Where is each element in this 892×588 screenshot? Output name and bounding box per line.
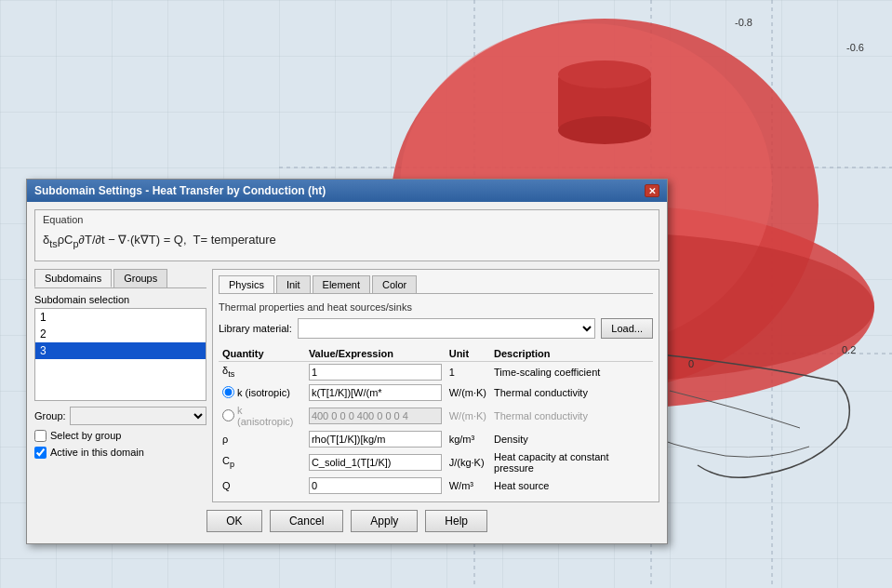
- tab-element[interactable]: Element: [313, 275, 370, 293]
- quantity-rho: ρ: [219, 429, 305, 449]
- input-delta-ts[interactable]: [309, 364, 442, 381]
- svg-text:0: 0: [688, 358, 694, 369]
- quantity-cp: Cp: [219, 449, 305, 475]
- desc-k-iso: Thermal conductivity: [490, 382, 653, 403]
- unit-q: W/m³: [446, 475, 490, 496]
- desc-q: Heat source: [490, 475, 653, 496]
- svg-text:-0.6: -0.6: [846, 42, 864, 53]
- input-k-iso[interactable]: [309, 384, 442, 401]
- svg-point-11: [558, 60, 651, 88]
- library-select[interactable]: [298, 318, 596, 339]
- subdomain-selection-label: Subdomain selection: [34, 294, 206, 305]
- ok-button[interactable]: OK: [206, 510, 262, 532]
- cancel-button[interactable]: Cancel: [270, 510, 343, 532]
- sub-tab-bar: Physics Init Element Color: [219, 275, 653, 294]
- section-title: Thermal properties and heat sources/sink…: [219, 301, 653, 313]
- left-tab-bar: Subdomains Groups: [34, 269, 206, 288]
- input-rho[interactable]: [309, 431, 442, 448]
- library-row: Library material: Load...: [219, 318, 653, 339]
- table-row: ρ kg/m³ Density: [219, 429, 653, 449]
- help-button[interactable]: Help: [425, 510, 487, 532]
- group-label: Group:: [34, 410, 66, 421]
- col-quantity: Quantity: [219, 346, 305, 362]
- input-cp[interactable]: [309, 454, 442, 471]
- dialog-titlebar: Subdomain Settings - Heat Transfer by Co…: [27, 180, 667, 202]
- subdomain-item-2[interactable]: 2: [35, 326, 206, 342]
- subdomain-item-3[interactable]: 3: [35, 342, 206, 359]
- equation-text: δtsρCp∂T/∂t − ∇·(k∇T) = Q, T= temperatur…: [43, 229, 651, 253]
- subdomain-list[interactable]: 1 2 3: [34, 308, 206, 401]
- value-cell-k-iso[interactable]: [305, 382, 446, 403]
- bottom-buttons: OK Cancel Apply Help: [34, 502, 659, 536]
- radio-k-aniso[interactable]: [222, 409, 234, 421]
- table-row: δts 1 Time-scaling coefficient: [219, 361, 653, 382]
- active-in-domain-row: Active in this domain: [34, 447, 206, 459]
- col-value: Value/Expression: [305, 346, 446, 362]
- svg-text:-0.8: -0.8: [735, 17, 752, 28]
- properties-table: Quantity Value/Expression Unit Descripti…: [219, 346, 653, 496]
- equation-group: Equation δtsρCp∂T/∂t − ∇·(k∇T) = Q, T= t…: [34, 209, 659, 261]
- desc-delta-ts: Time-scaling coefficient: [490, 361, 653, 382]
- desc-rho: Density: [490, 429, 653, 449]
- table-row: Q W/m³ Heat source: [219, 475, 653, 496]
- input-q[interactable]: [309, 477, 442, 494]
- k-iso-label: k (isotropic): [237, 387, 290, 398]
- active-in-domain-checkbox[interactable]: [34, 447, 47, 459]
- tab-groups[interactable]: Groups: [113, 269, 167, 287]
- table-row: k (isotropic) W/(m·K) Thermal conductivi…: [219, 382, 653, 403]
- value-cell-delta-ts[interactable]: [305, 361, 446, 382]
- unit-rho: kg/m³: [446, 429, 490, 449]
- quantity-q: Q: [219, 475, 305, 496]
- unit-k-aniso: W/(m·K): [446, 403, 490, 429]
- col-unit: Unit: [446, 346, 490, 362]
- tab-color[interactable]: Color: [372, 275, 417, 293]
- group-row: Group:: [34, 407, 206, 425]
- value-cell-q[interactable]: [305, 475, 446, 496]
- select-by-group-label: Select by group: [50, 430, 121, 441]
- table-row: Cp J/(kg·K) Heat capacity at constant pr…: [219, 449, 653, 475]
- unit-cp: J/(kg·K): [446, 449, 490, 475]
- quantity-k-aniso: k (anisotropic): [219, 403, 305, 429]
- active-in-domain-label: Active in this domain: [50, 447, 144, 458]
- select-by-group-checkbox[interactable]: [34, 430, 47, 442]
- subdomain-item-1[interactable]: 1: [35, 309, 206, 326]
- equation-label: Equation: [43, 214, 651, 225]
- right-panel: Physics Init Element Color Thermal prope…: [212, 269, 659, 502]
- subdomain-settings-dialog: Subdomain Settings - Heat Transfer by Co…: [26, 179, 668, 544]
- value-cell-k-aniso: [305, 403, 446, 429]
- close-button[interactable]: ✕: [645, 184, 659, 197]
- table-row: k (anisotropic) W/(m·K) Thermal conducti…: [219, 403, 653, 429]
- value-cell-rho[interactable]: [305, 429, 446, 449]
- quantity-delta-ts: δts: [219, 361, 305, 382]
- svg-text:0.2: 0.2: [842, 344, 856, 355]
- group-select[interactable]: [70, 407, 206, 425]
- desc-k-aniso: Thermal conductivity: [490, 403, 653, 429]
- unit-k-iso: W/(m·K): [446, 382, 490, 403]
- tab-init[interactable]: Init: [276, 275, 311, 293]
- tab-physics[interactable]: Physics: [219, 275, 274, 293]
- quantity-k-iso: k (isotropic): [219, 382, 305, 403]
- value-cell-cp[interactable]: [305, 449, 446, 475]
- library-label: Library material:: [219, 323, 292, 334]
- svg-point-12: [558, 116, 651, 144]
- load-button[interactable]: Load...: [601, 318, 653, 339]
- unit-delta-ts: 1: [446, 361, 490, 382]
- col-description: Description: [490, 346, 653, 362]
- desc-cp: Heat capacity at constant pressure: [490, 449, 653, 475]
- dialog-title: Subdomain Settings - Heat Transfer by Co…: [34, 184, 326, 197]
- tab-subdomains[interactable]: Subdomains: [34, 269, 112, 287]
- apply-button[interactable]: Apply: [351, 510, 418, 532]
- radio-k-iso[interactable]: [222, 386, 234, 398]
- left-panel: Subdomains Groups Subdomain selection 1 …: [34, 269, 206, 502]
- k-aniso-label: k (anisotropic): [237, 405, 301, 427]
- input-k-aniso[interactable]: [309, 408, 442, 424]
- select-by-group-row: Select by group: [34, 430, 206, 442]
